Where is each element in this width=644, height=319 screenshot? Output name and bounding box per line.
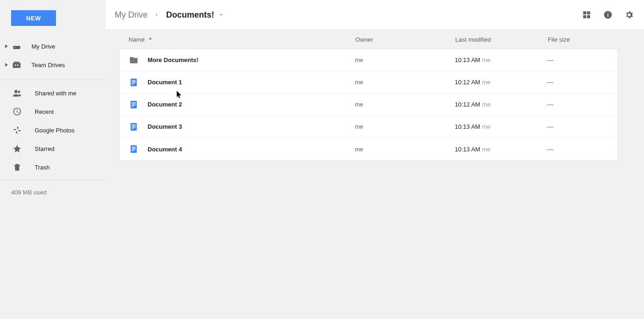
breadcrumb-current[interactable]: Documents! bbox=[166, 10, 223, 20]
nav-shared-with-me[interactable]: Shared with me bbox=[0, 84, 105, 102]
trash-icon bbox=[12, 163, 22, 172]
svg-marker-5 bbox=[5, 63, 8, 67]
nav-google-photos[interactable]: Google Photos bbox=[0, 121, 105, 139]
file-owner: me bbox=[355, 123, 455, 130]
file-row[interactable]: Document 4me10:13 AMme— bbox=[120, 138, 618, 160]
nav-label: Starred bbox=[35, 145, 55, 152]
new-button[interactable]: NEW bbox=[11, 10, 56, 26]
file-row[interactable]: Document 2me10:12 AMme— bbox=[120, 94, 618, 116]
svg-rect-27 bbox=[132, 103, 136, 104]
doc-icon bbox=[129, 78, 138, 87]
file-modified: 10:13 AMme bbox=[455, 56, 547, 63]
svg-rect-14 bbox=[587, 12, 590, 15]
view-grid-button[interactable] bbox=[582, 10, 591, 19]
expand-icon[interactable] bbox=[5, 44, 8, 48]
svg-rect-26 bbox=[132, 102, 136, 103]
photos-icon bbox=[12, 125, 22, 135]
file-size: — bbox=[547, 123, 618, 130]
file-modified: 10:13 AMme bbox=[455, 123, 547, 130]
settings-button[interactable] bbox=[625, 10, 634, 19]
nav-label: Trash bbox=[35, 164, 50, 171]
file-owner: me bbox=[355, 146, 455, 153]
file-name: More Documents! bbox=[148, 56, 198, 63]
svg-rect-6 bbox=[13, 63, 21, 68]
file-name: Document 2 bbox=[148, 101, 182, 108]
column-name[interactable]: Name bbox=[129, 36, 153, 43]
file-owner: me bbox=[355, 101, 455, 108]
svg-rect-16 bbox=[587, 15, 590, 19]
chevron-down-icon[interactable] bbox=[219, 13, 223, 17]
file-name: Document 3 bbox=[148, 123, 182, 130]
file-owner: me bbox=[355, 79, 455, 86]
svg-rect-32 bbox=[132, 125, 136, 126]
svg-rect-31 bbox=[132, 125, 136, 125]
breadcrumb: My Drive Documents! bbox=[115, 10, 223, 20]
svg-point-10 bbox=[14, 90, 18, 93]
svg-rect-13 bbox=[583, 12, 587, 15]
column-headers: Name Owner Last modified File size bbox=[119, 30, 618, 49]
column-modified[interactable]: Last modified bbox=[455, 36, 491, 43]
team-drives-icon bbox=[12, 60, 21, 69]
nav-my-drive[interactable]: My Drive bbox=[0, 37, 105, 56]
nav-label: Shared with me bbox=[35, 90, 76, 97]
details-button[interactable] bbox=[603, 10, 613, 19]
chevron-right-icon bbox=[154, 12, 160, 18]
nav-label: Recent bbox=[35, 108, 54, 115]
nav-trash[interactable]: Trash bbox=[0, 158, 105, 176]
column-owner[interactable]: Owner bbox=[355, 36, 373, 43]
breadcrumb-current-label: Documents! bbox=[166, 10, 214, 20]
folder-icon bbox=[129, 56, 138, 65]
file-name: Document 1 bbox=[148, 79, 182, 86]
file-row[interactable]: Document 3me10:13 AMme— bbox=[120, 116, 618, 138]
column-name-label: Name bbox=[129, 36, 145, 43]
svg-rect-36 bbox=[132, 147, 136, 147]
star-icon bbox=[12, 144, 22, 153]
column-size[interactable]: File size bbox=[548, 36, 570, 43]
svg-rect-33 bbox=[132, 127, 136, 127]
expand-icon[interactable] bbox=[5, 63, 8, 67]
svg-rect-21 bbox=[132, 80, 136, 81]
topbar: My Drive Documents! bbox=[105, 0, 644, 30]
file-size: — bbox=[547, 56, 618, 63]
svg-rect-38 bbox=[132, 149, 136, 150]
svg-rect-28 bbox=[132, 105, 136, 105]
svg-rect-3 bbox=[13, 46, 20, 49]
svg-rect-23 bbox=[132, 82, 136, 83]
svg-rect-12 bbox=[14, 165, 20, 166]
file-modified: 10:12 AMme bbox=[455, 79, 547, 86]
file-size: — bbox=[547, 101, 618, 108]
svg-rect-29 bbox=[132, 106, 134, 106]
nav-label: My Drive bbox=[31, 43, 55, 50]
svg-rect-18 bbox=[607, 14, 608, 17]
svg-rect-22 bbox=[132, 81, 136, 81]
doc-icon bbox=[129, 100, 138, 109]
clock-icon bbox=[12, 107, 22, 116]
file-modified: 10:12 AMme bbox=[455, 101, 547, 108]
svg-rect-37 bbox=[132, 148, 136, 149]
doc-icon bbox=[129, 144, 138, 154]
breadcrumb-parent[interactable]: My Drive bbox=[115, 10, 148, 20]
svg-point-9 bbox=[17, 64, 19, 66]
file-row[interactable]: Document 1me10:12 AMme— bbox=[120, 71, 618, 94]
svg-rect-15 bbox=[583, 15, 587, 19]
nav-label: Google Photos bbox=[35, 127, 74, 134]
nav-team-drives[interactable]: Team Drives bbox=[0, 56, 105, 74]
svg-rect-39 bbox=[132, 150, 134, 151]
nav-starred[interactable]: Starred bbox=[0, 139, 105, 158]
svg-rect-24 bbox=[132, 83, 134, 84]
svg-rect-19 bbox=[607, 13, 608, 13]
nav-recent[interactable]: Recent bbox=[0, 102, 105, 121]
file-modified: 10:13 AMme bbox=[455, 146, 547, 153]
svg-rect-34 bbox=[132, 128, 134, 128]
file-size: — bbox=[547, 79, 618, 86]
storage-used: 409 MB used bbox=[0, 181, 105, 204]
doc-icon bbox=[129, 122, 138, 131]
file-owner: me bbox=[355, 56, 455, 63]
people-icon bbox=[12, 88, 22, 98]
file-name: Document 4 bbox=[148, 146, 182, 153]
nav-label: Team Drives bbox=[31, 62, 65, 69]
svg-rect-7 bbox=[14, 62, 19, 63]
svg-marker-0 bbox=[5, 44, 8, 48]
file-size: — bbox=[547, 146, 618, 153]
file-row[interactable]: More Documents!me10:13 AMme— bbox=[120, 49, 618, 71]
